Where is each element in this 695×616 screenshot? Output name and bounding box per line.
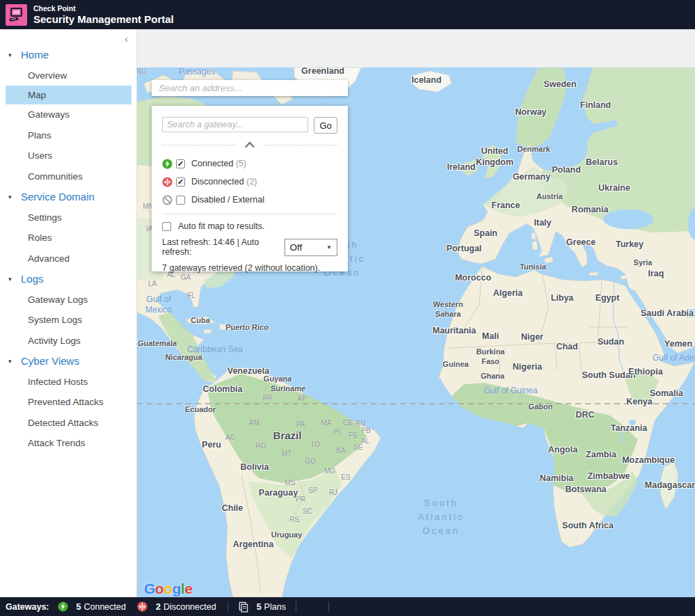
connected-checkbox[interactable]: ✓ xyxy=(176,159,185,168)
dotted-divider xyxy=(264,145,337,145)
autofit-row: Auto fit map to results. xyxy=(162,221,337,231)
sidebar-item-map[interactable]: Map xyxy=(6,86,131,104)
gateway-search-input[interactable] xyxy=(162,117,308,132)
gateway-summary: 7 gateways retrieved (2 without location… xyxy=(162,263,337,273)
sidebar-item-detected-attacks[interactable]: Detected Attacks xyxy=(0,413,136,434)
panel-collapse-toggle[interactable] xyxy=(162,141,337,149)
sidebar-section-label: Logs xyxy=(21,273,44,285)
google-logo-letter: e xyxy=(184,581,192,597)
google-logo-letter: g xyxy=(173,581,181,597)
caret-down-icon: ▼ xyxy=(326,244,332,251)
sidebar-item-activity-logs[interactable]: Activity Logs xyxy=(0,331,136,352)
disconnected-icon xyxy=(162,177,173,187)
caret-down-icon: ▾ xyxy=(8,276,21,283)
status-label: Disconnected xyxy=(163,602,216,612)
sidebar-item-users[interactable]: Users xyxy=(0,145,136,166)
sidebar-section-cyber-views[interactable]: ▾Cyber Views xyxy=(0,351,136,372)
map-area: NUPassagesGreenlandIcelandSwedenFinlandN… xyxy=(137,29,695,597)
filter-label: Disconnected (2) xyxy=(191,177,257,187)
status-disconnected: 2Disconnected xyxy=(137,601,216,612)
plans-count: 5 xyxy=(257,602,262,612)
filter-row-disconnected: ✓Disconnected (2) xyxy=(162,173,337,191)
brand-name: Check Point xyxy=(33,4,174,13)
sidebar-item-gateways[interactable]: Gateways xyxy=(0,104,136,125)
filter-row-disabled-external: Disabled / External xyxy=(162,191,337,209)
sidebar-item-prevented-attacks[interactable]: Prevented Attacks xyxy=(0,392,136,413)
sidebar-item-advanced[interactable]: Advanced xyxy=(0,248,136,269)
sidebar-section-label: Cyber Views xyxy=(21,355,79,367)
checkpoint-logo-icon xyxy=(6,4,27,26)
status-plans: 5Plans xyxy=(238,601,286,613)
sidebar-collapse-icon[interactable]: ‹ xyxy=(125,33,128,45)
filter-count: (2) xyxy=(246,177,257,187)
google-logo-letter: o xyxy=(163,581,172,597)
status-label: Connected xyxy=(83,602,125,612)
sidebar-item-overview[interactable]: Overview xyxy=(0,65,136,86)
sidebar-item-system-logs[interactable]: System Logs xyxy=(0,310,136,331)
status-count: 5 xyxy=(77,602,81,612)
caret-down-icon: ▾ xyxy=(8,52,21,58)
statusbar-divider xyxy=(227,601,228,612)
filter-row-connected: ✓Connected (5) xyxy=(162,155,337,173)
refresh-text: Last refresh: 14:46 | Auto refresh: xyxy=(162,237,280,257)
sidebar-nav: ▾HomeOverviewMapGatewaysPlansUsersCommun… xyxy=(0,29,136,454)
gateway-filters: ✓Connected (5)✓Disconnected (2)Disabled … xyxy=(152,155,348,209)
sidebar-section-label: Service Domain xyxy=(21,191,95,203)
plans-icon xyxy=(238,601,253,613)
app-window: Check Point Security Management Portal ‹… xyxy=(0,0,695,616)
app-header: Check Point Security Management Portal xyxy=(0,0,695,29)
filter-label: Connected (5) xyxy=(191,159,246,168)
sidebar-item-attack-trends[interactable]: Attack Trends xyxy=(0,433,136,454)
sidebar-item-settings[interactable]: Settings xyxy=(0,207,136,228)
disabled-icon xyxy=(162,195,173,205)
sidebar: ‹ ▾HomeOverviewMapGatewaysPlansUsersComm… xyxy=(0,29,137,597)
disconnected-icon xyxy=(137,601,152,612)
sidebar-item-gateway-logs[interactable]: Gateway Logs xyxy=(0,290,136,310)
google-logo-letter: o xyxy=(155,581,163,597)
caret-down-icon: ▾ xyxy=(8,194,21,200)
status-connected: 5Connected xyxy=(58,601,126,612)
auto-refresh-select[interactable]: Off ▼ xyxy=(285,239,337,256)
status-bar: Gateways: 5Connected2Disconnected5Plans xyxy=(0,597,695,616)
panel-divider xyxy=(162,214,337,214)
go-button[interactable]: Go xyxy=(314,117,337,134)
gateway-filter-panel: Go ✓Connected (5)✓Disconnected (2)Disabl… xyxy=(152,106,348,271)
caret-down-icon: ▾ xyxy=(8,358,21,365)
sidebar-section-logs[interactable]: ▾Logs xyxy=(0,269,136,290)
sidebar-section-service-domain[interactable]: ▾Service Domain xyxy=(0,187,136,207)
statusbar-divider xyxy=(296,601,296,612)
connected-icon xyxy=(162,159,173,169)
filter-count: (5) xyxy=(236,159,246,168)
chevron-up-icon xyxy=(244,141,255,148)
address-search-input[interactable] xyxy=(152,80,348,96)
page-title: Security Management Portal xyxy=(33,13,174,25)
sidebar-item-roles[interactable]: Roles xyxy=(0,228,136,248)
statusbar-prefix: Gateways: xyxy=(6,602,49,612)
autofit-label: Auto fit map to results. xyxy=(178,221,264,231)
connected-icon xyxy=(58,601,72,612)
autofit-checkbox[interactable] xyxy=(162,222,171,231)
refresh-row: Last refresh: 14:46 | Auto refresh: Off … xyxy=(162,237,337,257)
disconnected-checkbox[interactable]: ✓ xyxy=(176,177,185,187)
status-count: 2 xyxy=(156,602,161,612)
sidebar-item-plans[interactable]: Plans xyxy=(0,125,136,146)
sidebar-section-label: Home xyxy=(21,49,49,61)
sidebar-item-infected-hosts[interactable]: Infected Hosts xyxy=(0,372,136,393)
google-logo[interactable]: Google xyxy=(144,581,192,597)
plans-label: Plans xyxy=(264,602,286,612)
sidebar-section-home[interactable]: ▾Home xyxy=(0,45,136,65)
statusbar-divider xyxy=(328,601,329,612)
disabled-external-checkbox[interactable] xyxy=(176,196,185,205)
dotted-divider xyxy=(162,145,236,145)
sidebar-item-communities[interactable]: Communities xyxy=(0,166,136,187)
google-logo-letter: G xyxy=(144,581,155,597)
filter-label: Disabled / External xyxy=(191,195,264,205)
